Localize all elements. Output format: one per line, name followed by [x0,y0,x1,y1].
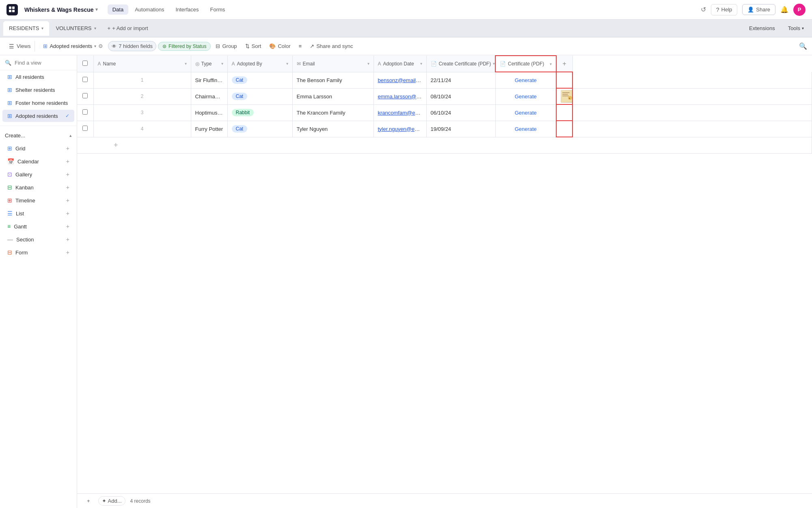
add-table-button[interactable]: + + Add or import [103,23,153,34]
create-section[interactable]: Create... ▴ [0,129,77,142]
find-view-input[interactable] [15,60,77,66]
help-button[interactable]: ? Help [711,4,738,15]
create-item-section[interactable]: — Section + [2,233,74,245]
cell-generate[interactable]: Generate [495,72,556,88]
svg-rect-3 [12,10,15,12]
cell-adoption-date: 08/10/24 [426,88,495,104]
nav-tab-automations[interactable]: Automations [130,4,169,15]
table-row: 2 Chairman Meow Cat Emma Larsson emma.la… [77,88,812,104]
nav-right: ↺ ? Help 👤 Share 🔔 P [701,4,806,16]
cell-name[interactable]: Sir Fluffington von Whiskerbutt [191,72,227,88]
views-button[interactable]: ☰ Views [5,41,35,52]
nav-tabs: Data Automations Interfaces Forms [108,4,230,15]
sort-icon: ▾ [493,61,495,66]
row-checkbox-cell[interactable] [77,121,93,137]
nav-tab-interfaces[interactable]: Interfaces [171,4,203,15]
nav-tab-data[interactable]: Data [108,4,128,15]
color-button[interactable]: 🎨 Color [266,41,294,51]
svg-rect-6 [562,94,568,95]
share-sync-button[interactable]: ↗ Share and sync [307,41,356,51]
row-checkbox[interactable] [82,77,88,82]
form-icon: ⊟ [7,249,12,256]
create-item-form[interactable]: ⊟ Form + [2,246,74,258]
sidebar-item-shelter-residents[interactable]: ⊞ Shelter residents [2,84,74,96]
filter-button[interactable]: ⊜ Filtered by Status [158,42,211,51]
checkmark-icon: ✓ [65,113,69,119]
th-add-field[interactable]: + [556,56,572,72]
plus-icon: + [66,210,69,217]
add-record-button[interactable]: + [84,497,93,505]
avatar[interactable]: P [793,4,806,16]
checkbox-header[interactable] [77,56,93,72]
cell-email[interactable]: tyler.nguyen@email.com [374,121,426,137]
group-button[interactable]: ⊟ Group [212,41,240,51]
add-fields-button[interactable]: ✦ Add... [98,496,125,506]
row-checkbox-cell[interactable] [77,72,93,88]
fields-button[interactable]: ≡ [296,41,305,51]
row-checkbox-cell[interactable] [77,104,93,121]
create-item-calendar[interactable]: 📅 Calendar + [2,155,74,167]
select-all-checkbox[interactable] [82,61,88,66]
chevron-down-icon: ▾ [94,26,96,30]
svg-rect-0 [9,7,11,9]
text-icon: A [232,61,235,67]
sidebar-item-adopted-residents[interactable]: ⊞ Adopted residents ✓ [2,110,74,122]
tab-volunteers[interactable]: VOLUNTEERS ▾ [50,21,102,36]
chevron-down-icon: ▾ [94,44,96,48]
th-certificate[interactable]: 📄 Certificate (PDF) ▾ [495,56,556,72]
cell-name[interactable]: Chairman Meow [191,88,227,104]
cell-email[interactable]: bensonz@email.com [374,72,426,88]
row-checkbox-cell[interactable] [77,88,93,104]
nav-tab-forms[interactable]: Forms [205,4,230,15]
plus-icon: + [108,25,111,31]
tab-residents[interactable]: RESIDENTS ▾ [3,21,49,36]
settings-icon[interactable]: ⚙ [98,43,103,49]
create-item-list[interactable]: ☰ List + [2,207,74,219]
cell-generate[interactable]: Generate [495,88,556,104]
share-button[interactable]: 👤 Share [742,4,775,15]
cell-empty [572,88,812,104]
sidebar-divider [0,126,77,126]
sidebar-item-all-residents[interactable]: ⊞ All residents [2,71,74,83]
notifications-icon[interactable]: 🔔 [780,6,788,13]
history-icon[interactable]: ↺ [701,6,706,13]
cell-name[interactable]: Hoptimus Prime [191,104,227,121]
current-view: ⊞ Adopted residents ▾ ⚙ [40,41,106,51]
cell-generate[interactable]: Generate [495,104,556,121]
th-adoption-date[interactable]: A Adoption Date ▾ [374,56,426,72]
create-item-grid[interactable]: ⊞ Grid + [2,142,74,154]
row-checkbox[interactable] [82,109,88,115]
cell-email[interactable]: krancomfam@email.com [374,104,426,121]
th-type[interactable]: ◎ Type ▾ [191,56,227,72]
cell-generate[interactable]: Generate [495,121,556,137]
plus-icon: + [66,236,69,243]
th-adopted-by[interactable]: A Adopted By ▾ [227,56,292,72]
gallery-icon: ⊡ [7,171,12,178]
row-checkbox[interactable] [82,126,88,131]
th-email[interactable]: ✉ Email ▾ [292,56,374,72]
create-item-gallery[interactable]: ⊡ Gallery + [2,168,74,180]
tools-button[interactable]: Tools ▾ [783,23,809,33]
th-name[interactable]: A Name ▾ [93,56,191,72]
hidden-fields-button[interactable]: 👁 7 hidden fields [108,41,156,51]
create-item-kanban[interactable]: ⊟ Kanban + [2,181,74,193]
table-body: 1 Sir Fluffington von Whiskerbutt Cat Th… [77,72,812,153]
cell-certificate: ★ [556,88,572,104]
add-row[interactable]: + [77,137,812,153]
records-bar: + ✦ Add... 4 records [77,493,812,508]
sidebar-item-foster-residents[interactable]: ⊞ Foster home residents [2,97,74,109]
add-row-cell[interactable]: + [77,137,812,153]
create-item-gantt[interactable]: ≡ Gantt + [2,220,74,232]
share-icon: 👤 [747,7,754,13]
create-item-timeline[interactable]: ⊞ Timeline + [2,194,74,206]
row-checkbox[interactable] [82,93,88,98]
search-icon[interactable]: 🔍 [799,42,807,50]
cell-email[interactable]: emma.larsson@email.com [374,88,426,104]
cert-thumbnail: ★ [561,90,572,103]
extensions-button[interactable]: Extensions [744,23,780,33]
sparkle-icon: ✦ [102,498,106,504]
th-create-cert[interactable]: 📄 Create Certificate (PDF) ▾ [426,56,495,72]
sort-button[interactable]: ⇅ Sort [242,41,265,51]
cell-name[interactable]: Furry Potter [191,121,227,137]
sort-icon: ▾ [185,61,187,66]
